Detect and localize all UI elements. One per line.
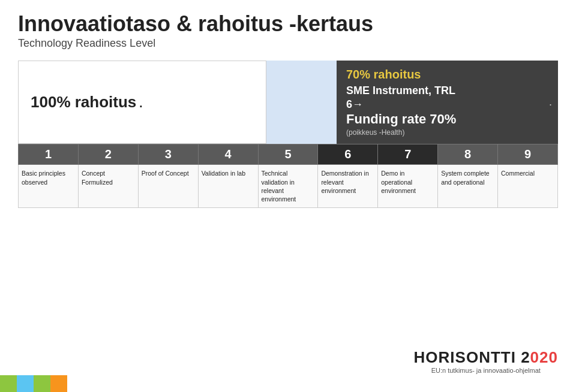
funding-rate: Funding rate 70% — [346, 111, 456, 127]
trl-desc-3: Proof of Concept — [138, 165, 198, 208]
trl-table: 123456789 Basic principles observedConce… — [18, 144, 558, 208]
funding-left-dot: . — [139, 93, 143, 111]
trl-number-1: 1 — [19, 144, 79, 165]
funding-area: 100% rahoitus . 70% rahoitus SME Instrum… — [18, 61, 558, 144]
main-title: Innovaatiotaso & rahoitus -kertaus — [18, 12, 558, 36]
funding-middle — [266, 61, 337, 144]
funding-note: (poikkeus -Health) — [346, 128, 404, 137]
subtitle: Technology Readiness Level — [18, 37, 558, 50]
logo-sub: EU:n tutkimus- ja innovaatio-ohjelmat — [414, 367, 558, 374]
trl-description-row: Basic principles observedConcept Formuli… — [19, 165, 558, 208]
funding-left-label: 100% rahoitus — [31, 93, 136, 111]
trl-desc-7: Demo in operational environment — [378, 165, 438, 208]
trl-number-4: 4 — [198, 144, 258, 165]
trl-desc-6: Demonstration in relevant environment — [318, 165, 378, 208]
square-green — [0, 375, 17, 392]
funding-left: 100% rahoitus . — [18, 61, 266, 144]
square-orange — [50, 375, 67, 392]
trl-number-9: 9 — [498, 144, 558, 165]
title-section: Innovaatiotaso & rahoitus -kertaus Techn… — [18, 12, 558, 50]
trl-desc-4: Validation in lab — [198, 165, 258, 208]
trl-number-7: 7 — [378, 144, 438, 165]
trl-desc-8: System complete and operational — [438, 165, 498, 208]
trl-number-row: 123456789 — [19, 144, 558, 165]
trl-desc-1: Basic principles observed — [19, 165, 79, 208]
square-green2 — [34, 375, 50, 392]
funding-right-dot: . — [549, 96, 552, 108]
trl-number-2: 2 — [78, 144, 138, 165]
square-blue — [17, 375, 34, 392]
funding-sme-label: SME Instrument, TRL 6→ — [346, 84, 455, 112]
trl-number-6: 6 — [318, 144, 378, 165]
logo-text: HORISONTTI 2020 — [414, 348, 558, 367]
logo-area: HORISONTTI 2020 EU:n tutkimus- ja innova… — [414, 348, 558, 374]
funding-right: 70% rahoitus SME Instrument, TRL 6→ Fund… — [337, 61, 558, 144]
trl-number-8: 8 — [438, 144, 498, 165]
bottom-squares — [0, 375, 67, 392]
logo-year: 0 — [530, 348, 539, 366]
trl-number-5: 5 — [258, 144, 318, 165]
trl-desc-9: Commercial — [498, 165, 558, 208]
page: Innovaatiotaso & rahoitus -kertaus Techn… — [0, 0, 576, 214]
funding-right-percent: 70% rahoitus — [346, 68, 421, 82]
trl-desc-2: Concept Formulized — [78, 165, 138, 208]
trl-desc-5: Technical validation in relevant environ… — [258, 165, 318, 208]
trl-number-3: 3 — [138, 144, 198, 165]
